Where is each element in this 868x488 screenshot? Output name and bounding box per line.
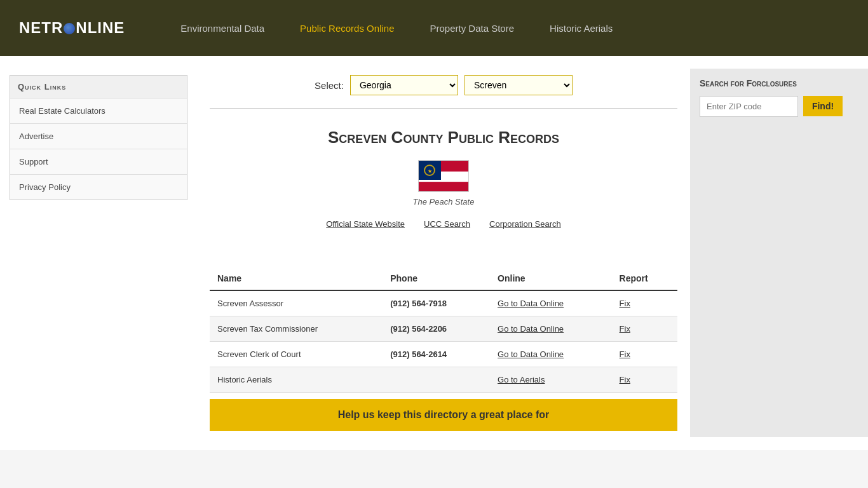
find-button[interactable]: Find! xyxy=(803,96,843,116)
bottom-banner-text: Help us keep this directory a great plac… xyxy=(220,409,667,421)
cell-name: Screven Tax Commissioner xyxy=(210,316,383,342)
online-link[interactable]: Go to Aerials xyxy=(498,375,545,384)
state-links: Official State Website UCC Search Corpor… xyxy=(210,219,677,229)
county-title: Screven County Public Records xyxy=(210,128,677,147)
nav-public-records[interactable]: Public Records Online xyxy=(282,0,412,56)
official-state-website-link[interactable]: Official State Website xyxy=(326,219,405,229)
select-label: Select: xyxy=(315,80,344,91)
cell-online: Go to Data Online xyxy=(490,316,612,342)
content-wrapper: Quick Links Real Estate Calculators Adve… xyxy=(0,56,868,450)
cell-phone: (912) 564-2206 xyxy=(383,316,490,342)
table-body: Screven Assessor(912) 564-7918Go to Data… xyxy=(210,290,677,393)
cell-report: Fix xyxy=(612,367,677,393)
online-link[interactable]: Go to Data Online xyxy=(498,324,564,334)
globe-icon xyxy=(64,23,75,34)
report-link[interactable]: Fix xyxy=(620,375,630,384)
sidebar-item-support[interactable]: Support xyxy=(10,149,187,174)
corporation-search-link[interactable]: Corporation Search xyxy=(489,219,561,229)
svg-rect-3 xyxy=(419,182,469,192)
sidebar-item-real-estate[interactable]: Real Estate Calculators xyxy=(10,98,187,123)
table-row: Screven Tax Commissioner(912) 564-2206Go… xyxy=(210,316,677,342)
table-row: Screven Clerk of Court(912) 564-2614Go t… xyxy=(210,342,677,367)
county-select[interactable]: Screven Chatham Fulton xyxy=(465,75,573,95)
nav-environmental-data[interactable]: Environmental Data xyxy=(163,0,282,56)
col-report: Report xyxy=(612,267,677,290)
logo-text: NETR xyxy=(19,19,63,36)
col-name: Name xyxy=(210,267,383,290)
report-link[interactable]: Fix xyxy=(620,299,630,308)
zip-input[interactable] xyxy=(700,96,798,117)
col-online: Online xyxy=(490,267,612,290)
cell-name: Historic Aerials xyxy=(210,367,383,393)
cell-phone: (912) 564-7918 xyxy=(383,290,490,316)
table-row: Screven Assessor(912) 564-7918Go to Data… xyxy=(210,290,677,316)
state-nickname: The Peach State xyxy=(210,197,677,207)
online-link[interactable]: Go to Data Online xyxy=(498,299,564,308)
quick-links-heading: Quick Links xyxy=(10,76,187,98)
cell-phone: (912) 564-2614 xyxy=(383,342,490,367)
state-select[interactable]: Georgia Alabama Florida xyxy=(350,75,458,95)
cell-online: Go to Aerials xyxy=(490,367,612,393)
state-flag: ★ xyxy=(418,160,469,192)
cell-name: Screven Clerk of Court xyxy=(210,342,383,367)
col-phone: Phone xyxy=(383,267,490,290)
cell-online: Go to Data Online xyxy=(490,342,612,367)
cell-online: Go to Data Online xyxy=(490,290,612,316)
table-row: Historic AerialsGo to AerialsFix xyxy=(210,367,677,393)
table-header-row: Name Phone Online Report xyxy=(210,267,677,290)
cell-report: Fix xyxy=(612,342,677,367)
quick-links-box: Quick Links Real Estate Calculators Adve… xyxy=(10,75,187,200)
report-link[interactable]: Fix xyxy=(620,324,630,334)
sidebar: Quick Links Real Estate Calculators Adve… xyxy=(0,69,197,437)
nav-historic-aerials[interactable]: Historic Aerials xyxy=(532,0,630,56)
cell-phone xyxy=(383,367,490,393)
foreclosure-search-row: Find! xyxy=(700,96,858,117)
cell-name: Screven Assessor xyxy=(210,290,383,316)
county-content: Screven County Public Records ★ xyxy=(210,121,677,261)
cell-report: Fix xyxy=(612,290,677,316)
header: NETRNLINE Environmental Data Public Reco… xyxy=(0,0,868,56)
foreclosure-title: Search for Forclosures xyxy=(700,78,858,88)
main-nav: Environmental Data Public Records Online… xyxy=(163,0,630,56)
sidebar-item-privacy[interactable]: Privacy Policy xyxy=(10,174,187,200)
report-link[interactable]: Fix xyxy=(620,349,630,359)
svg-text:★: ★ xyxy=(428,168,432,174)
bottom-banner: Help us keep this directory a great plac… xyxy=(210,399,677,431)
main-content: Select: Georgia Alabama Florida Screven … xyxy=(197,69,690,437)
records-table: Name Phone Online Report Screven Assesso… xyxy=(210,267,677,393)
logo[interactable]: NETRNLINE xyxy=(19,19,125,37)
select-row: Select: Georgia Alabama Florida Screven … xyxy=(210,75,677,109)
nav-property-data-store[interactable]: Property Data Store xyxy=(412,0,532,56)
sidebar-item-advertise[interactable]: Advertise xyxy=(10,123,187,149)
cell-report: Fix xyxy=(612,316,677,342)
logo-text-2: NLINE xyxy=(76,19,125,36)
right-panel: Search for Forclosures Find! xyxy=(690,69,868,437)
online-link[interactable]: Go to Data Online xyxy=(498,349,564,359)
ucc-search-link[interactable]: UCC Search xyxy=(424,219,470,229)
